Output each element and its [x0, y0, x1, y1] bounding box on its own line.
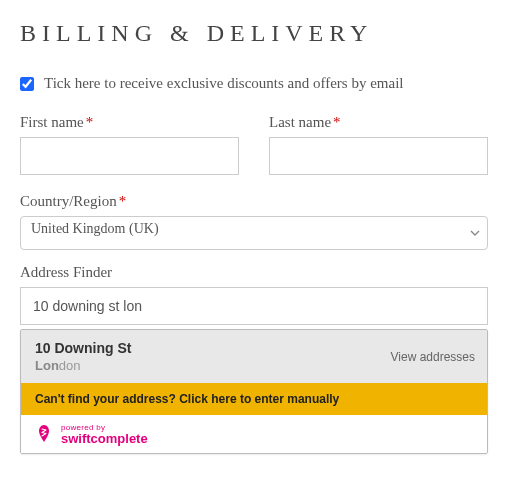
required-asterisk: * — [333, 114, 341, 130]
brand-bottom-text: swiftcomplete — [61, 432, 148, 445]
country-label: Country/Region* — [20, 193, 488, 210]
required-asterisk: * — [119, 193, 127, 209]
last-name-input[interactable] — [269, 137, 488, 175]
view-addresses-link[interactable]: View addresses — [391, 350, 476, 364]
required-asterisk: * — [86, 114, 94, 130]
marketing-checkbox[interactable] — [20, 77, 34, 91]
enter-manually-button[interactable]: Can't find your address? Click here to e… — [21, 383, 487, 415]
address-finder-input[interactable] — [20, 287, 488, 325]
first-name-input[interactable] — [20, 137, 239, 175]
powered-by-row: powered by swiftcomplete — [21, 415, 487, 453]
address-suggestions-dropdown: 10 Downing St London View addresses Can'… — [20, 329, 488, 454]
suggestion-line1: 10 Downing St — [35, 340, 131, 356]
swiftcomplete-icon — [33, 423, 55, 445]
country-select[interactable]: United Kingdom (UK) — [20, 216, 488, 250]
page-title: BILLING & DELIVERY — [20, 20, 488, 47]
marketing-label[interactable]: Tick here to receive exclusive discounts… — [44, 75, 403, 92]
last-name-label: Last name* — [269, 114, 488, 131]
suggestion-line2: London — [35, 358, 131, 373]
address-finder-label: Address Finder — [20, 264, 488, 281]
first-name-label: First name* — [20, 114, 239, 131]
address-suggestion[interactable]: 10 Downing St London View addresses — [21, 330, 487, 383]
